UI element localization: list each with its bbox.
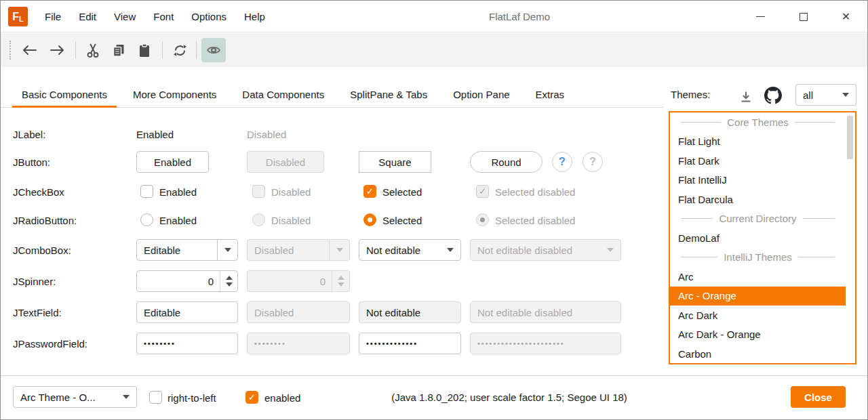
forward-button[interactable] (45, 38, 70, 62)
jlabel-enabled: Enabled (136, 129, 174, 140)
tab-basic-components[interactable]: Basic Components (12, 83, 117, 108)
checkbox-enabled-label[interactable]: Enabled (159, 186, 197, 198)
minimize-button[interactable] (739, 1, 782, 33)
toolbar-separator (75, 41, 76, 59)
textfield-editable[interactable]: Editable (136, 301, 238, 323)
round-button[interactable]: Round (470, 151, 542, 173)
chevron-down-icon (123, 395, 130, 399)
jbutton-row-label: JButton: (13, 156, 50, 168)
theme-filter-combobox[interactable]: all (795, 84, 856, 106)
square-button[interactable]: Square (359, 151, 431, 173)
spinner-enabled[interactable]: 0 (136, 270, 238, 292)
copy-icon (112, 43, 125, 58)
combobox-not-editable-value: Not editable (359, 245, 447, 256)
lookandfeel-value: Arc Theme - O... (14, 392, 123, 403)
combobox-editable-value[interactable]: Editable (137, 245, 217, 256)
toolbar (1, 33, 867, 67)
github-link-button[interactable] (763, 85, 783, 106)
enabled-checkbox-label[interactable]: enabled (264, 392, 300, 404)
theme-item-flat-dark[interactable]: Flat Dark (670, 151, 846, 171)
menu-edit[interactable]: Edit (70, 1, 105, 33)
radio-disabled (252, 213, 265, 226)
spinner-disabled: 0 (247, 270, 350, 292)
enabled-button[interactable]: Enabled (136, 151, 209, 173)
disabled-button: Disabled (247, 151, 324, 173)
theme-item-demolaf[interactable]: DemoLaf (670, 228, 846, 248)
tab-extras[interactable]: Extras (526, 83, 574, 108)
toolbar-separator (196, 41, 197, 59)
theme-item-arc-dark[interactable]: Arc Dark (670, 306, 846, 325)
theme-item-flat-intellij[interactable]: Flat IntelliJ (670, 171, 846, 190)
menu-options[interactable]: Options (182, 1, 235, 33)
combobox-not-editable[interactable]: Not editable (359, 239, 461, 261)
radio-enabled-label[interactable]: Enabled (159, 215, 197, 226)
right-to-left-checkbox[interactable] (149, 391, 162, 404)
theme-item-carbon[interactable]: Carbon (670, 344, 846, 364)
checkbox-enabled[interactable] (140, 185, 153, 198)
radio-enabled[interactable] (140, 213, 153, 226)
theme-item-flat-darcula[interactable]: Flat Darcula (670, 190, 846, 209)
radio-selected[interactable] (363, 213, 376, 226)
spinner-down-icon (338, 282, 344, 287)
jtextfield-row-label: JTextField: (13, 307, 62, 318)
scrollbar-thumb[interactable] (847, 116, 853, 159)
jpasswordfield-row-label: JPasswordField: (13, 338, 87, 350)
tab-data-components[interactable]: Data Components (233, 83, 334, 108)
theme-group-label: IntelliJ Themes (717, 251, 798, 263)
checkbox-selected[interactable]: ✓ (363, 185, 376, 198)
window-controls: ✕ (739, 1, 867, 33)
theme-group-label: Core Themes (721, 117, 795, 128)
back-button[interactable] (17, 38, 41, 62)
minimize-icon (756, 16, 765, 17)
menu-view[interactable]: View (105, 1, 144, 33)
close-button[interactable]: Close (791, 386, 846, 408)
theme-group-separator: IntelliJ Themes (670, 248, 846, 268)
right-to-left-label[interactable]: right-to-left (167, 392, 216, 404)
passwordfield-editable[interactable]: •••••••• (136, 333, 238, 354)
spinner-up-icon[interactable] (226, 276, 233, 280)
checkbox-selected-disabled: ✓ (476, 185, 489, 198)
combobox-arrow-button[interactable] (217, 240, 237, 260)
theme-item-arc[interactable]: Arc (670, 267, 846, 287)
radio-disabled-label: Disabled (271, 215, 311, 226)
passwordfield-not-editable: ••••••••••••• (359, 333, 461, 354)
theme-item-arc-dark-orange[interactable]: Arc Dark - Orange (670, 325, 846, 345)
theme-filter-value: all (796, 89, 842, 101)
menu-bar: File Edit View Font Options Help (36, 1, 274, 33)
help-button[interactable]: ? (552, 152, 572, 172)
download-theme-button[interactable] (736, 87, 755, 106)
tab-splitpane-tabs[interactable]: SplitPane & Tabs (340, 83, 437, 108)
forward-icon (50, 44, 66, 56)
menu-font[interactable]: Font (144, 1, 182, 33)
radio-selected-label[interactable]: Selected (382, 215, 422, 226)
cut-icon (86, 43, 100, 58)
title-bar: FL File Edit View Font Options Help Flat… (1, 1, 867, 33)
theme-item-arc-orange-selected[interactable]: Arc - Orange (670, 287, 846, 306)
theme-group-label: Current Directory (713, 213, 802, 224)
radio-selected-disabled (476, 213, 489, 226)
lookandfeel-combobox[interactable]: Arc Theme - O... (13, 386, 137, 408)
copy-button[interactable] (106, 38, 131, 62)
toolbar-separator (162, 41, 163, 59)
checkbox-disabled-label: Disabled (271, 186, 311, 198)
tab-option-pane[interactable]: Option Pane (443, 83, 519, 108)
enabled-checkbox[interactable]: ✓ (245, 391, 258, 404)
maximize-button[interactable] (782, 1, 825, 33)
refresh-button[interactable] (167, 38, 192, 62)
spinner-value[interactable]: 0 (137, 271, 220, 291)
theme-item-flat-light[interactable]: Flat Light (670, 132, 846, 152)
show-hidden-toggle-button[interactable] (201, 38, 226, 62)
spinner-down-icon[interactable] (226, 282, 233, 287)
tab-more-components[interactable]: More Components (123, 83, 226, 108)
cut-button[interactable] (81, 38, 105, 62)
combobox-editable[interactable]: Editable (136, 239, 238, 261)
menu-help[interactable]: Help (235, 1, 274, 33)
tab-bar: Basic Components More Components Data Co… (12, 83, 580, 108)
checkbox-selected-label[interactable]: Selected (382, 186, 422, 198)
toolbar-drag-grip[interactable] (9, 41, 11, 60)
menu-file[interactable]: File (36, 1, 70, 33)
close-window-button[interactable]: ✕ (825, 1, 867, 33)
spinner-buttons[interactable] (220, 271, 237, 291)
combobox-not-editable-disabled: Not editable disabled (470, 239, 621, 261)
paste-button[interactable] (132, 38, 157, 62)
